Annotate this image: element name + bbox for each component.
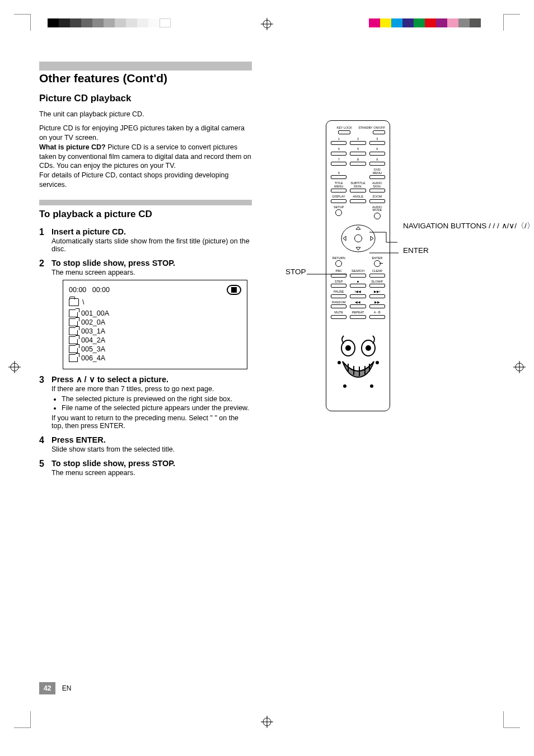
- nav-up-icon: ∧: [76, 375, 82, 384]
- stop-indicator-icon: [227, 285, 241, 295]
- image-file-icon: [69, 327, 78, 335]
- next-button[interactable]: [369, 294, 385, 298]
- stop-button[interactable]: [350, 284, 366, 288]
- image-file-icon: [69, 336, 78, 344]
- title-menu-button[interactable]: [331, 189, 346, 192]
- num-0-button[interactable]: [331, 175, 346, 179]
- audio-mode-button[interactable]: [374, 213, 381, 219]
- paragraph: Picture CD is for enjoying JPEG pictures…: [39, 124, 252, 190]
- button-label: TITLE MENU: [331, 182, 346, 188]
- image-file-icon: [69, 354, 78, 362]
- button-label: STANDBY ON/OFF: [358, 126, 385, 130]
- button-label: 5: [357, 148, 359, 151]
- ff-button[interactable]: [369, 304, 385, 308]
- nav-left-icon: 〈: [517, 222, 524, 230]
- button-label: ◀◀: [355, 301, 360, 304]
- num-2-button[interactable]: [350, 141, 366, 145]
- step-note: Automatically starts slide show from the…: [51, 237, 252, 253]
- registration-strip-bottom: [0, 711, 534, 734]
- setup-button[interactable]: [335, 209, 342, 216]
- button-label: AUDIO MODE: [369, 206, 385, 212]
- subsection-title: To playback a picture CD: [39, 200, 252, 220]
- standby-button[interactable]: [373, 130, 385, 134]
- button-label: A - B: [374, 311, 381, 314]
- button-label: KEY LOCK: [337, 126, 352, 130]
- num-9-button[interactable]: [369, 162, 385, 166]
- button-label: 6: [376, 148, 378, 151]
- step-note: Slide show starts from the selected titl…: [51, 445, 252, 453]
- prev-button[interactable]: [350, 294, 366, 298]
- button-label: 0: [338, 172, 340, 175]
- list-item: 004_2A: [69, 336, 241, 344]
- angle-button[interactable]: [350, 199, 366, 203]
- clear-button[interactable]: [369, 274, 385, 278]
- pbc-button[interactable]: [331, 274, 346, 278]
- text: to select a picture.: [97, 375, 168, 384]
- button-label: STEP: [335, 280, 343, 284]
- folder-row: \: [69, 298, 241, 306]
- button-label: SLOW/F: [371, 280, 383, 284]
- slow-button[interactable]: [369, 284, 385, 288]
- crop-corner-bottom-left: [14, 711, 31, 728]
- button-label: ▶▶I: [374, 290, 381, 294]
- dvd-menu-button[interactable]: [369, 175, 385, 179]
- button-label: SETUP: [334, 206, 344, 209]
- file-name: 004_2A: [81, 336, 105, 344]
- search-button[interactable]: [350, 274, 366, 278]
- bullet-item: File name of the selected picture appear…: [62, 404, 252, 412]
- button-label: ▶▶: [374, 301, 380, 304]
- svg-point-15: [366, 345, 371, 351]
- folder-icon: [69, 298, 79, 306]
- screen-header: 00:00 00:00: [69, 285, 241, 295]
- random-button[interactable]: [331, 304, 346, 308]
- repeat-button[interactable]: [350, 315, 366, 319]
- enter-round-button[interactable]: [374, 260, 381, 267]
- crop-corner-top-left: [14, 14, 31, 31]
- button-label: PBC: [336, 270, 342, 273]
- bullet-list: The selected picture is previewed on the…: [51, 395, 252, 412]
- button-label: 8: [357, 158, 359, 162]
- num-5-button[interactable]: [350, 152, 366, 156]
- nav-down-icon: ∨: [509, 222, 514, 230]
- image-file-icon: [69, 345, 78, 353]
- step-note: If you want to return to the preceding m…: [51, 414, 252, 430]
- num-4-button[interactable]: [331, 152, 346, 156]
- pause-button[interactable]: [331, 294, 346, 298]
- button-label: ENTER: [372, 257, 383, 260]
- display-button[interactable]: [331, 199, 346, 203]
- ab-repeat-button[interactable]: [369, 315, 385, 319]
- navigation-pad[interactable]: [336, 222, 380, 255]
- remote-diagram: STOP NAVIGATION BUTTONS / / / ∧/∨/〈/〉 EN…: [285, 120, 498, 422]
- color-bar: [369, 18, 481, 27]
- file-name: 006_4A: [81, 354, 105, 362]
- keylock-button[interactable]: [338, 130, 350, 134]
- num-7-button[interactable]: [331, 162, 346, 166]
- num-8-button[interactable]: [350, 162, 366, 166]
- list-item: 003_1A: [69, 327, 241, 335]
- mute-button[interactable]: [331, 315, 346, 319]
- registration-crosshair-icon: [261, 18, 273, 30]
- num-3-button[interactable]: [369, 141, 385, 145]
- num-1-button[interactable]: [331, 141, 346, 145]
- text: Picture CD is for enjoying JPEG pictures…: [39, 124, 245, 142]
- button-label: 2: [357, 138, 359, 141]
- enter-button[interactable]: [354, 234, 362, 242]
- rew-button[interactable]: [350, 304, 366, 308]
- svg-point-24: [370, 384, 373, 388]
- zoom-button[interactable]: [369, 199, 385, 203]
- step-button[interactable]: [331, 284, 346, 288]
- remote-control-illustration: KEY LOCK STANDBY ON/OFF 123 456 789 0DVD…: [326, 120, 390, 411]
- button-label: 4: [338, 148, 340, 151]
- audio-sign-button[interactable]: [369, 189, 385, 192]
- step-item: Insert a picture CD. Automatically start…: [39, 227, 252, 253]
- subtitle-button[interactable]: [350, 189, 366, 192]
- file-name: 003_1A: [81, 327, 105, 335]
- return-button[interactable]: [335, 260, 342, 267]
- page-content: Other features (Cont'd) Picture CD playb…: [39, 62, 495, 694]
- registration-crosshair-icon: [513, 361, 526, 373]
- num-6-button[interactable]: [369, 152, 385, 156]
- button-label: CLEAR: [372, 270, 382, 273]
- step-heading: To stop slide show, press STOP.: [51, 459, 252, 468]
- step-heading: Insert a picture CD.: [51, 227, 252, 236]
- button-label: PAUSE: [334, 290, 344, 294]
